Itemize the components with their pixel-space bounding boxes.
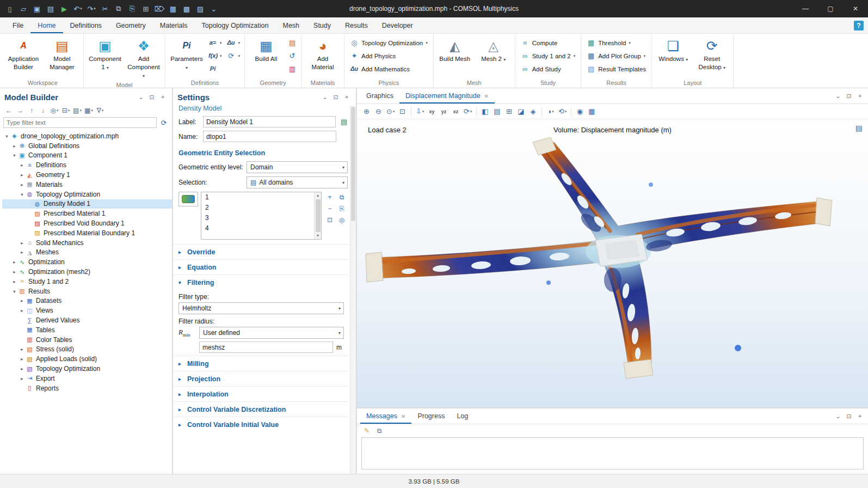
tree-item-component-1[interactable]: ▾▣Component 1	[2, 151, 172, 161]
snapshot-icon[interactable]: ◉	[574, 106, 586, 118]
undo-icon[interactable]: ↶▾	[71, 2, 84, 15]
panel-pin-icon[interactable]: ⌖	[855, 93, 865, 100]
graphics-canvas[interactable]: Load case 2 Volume: Displacement magnitu…	[357, 119, 868, 407]
tree-columns-icon[interactable]: ▦▾	[83, 105, 94, 115]
close-tab-icon[interactable]: ✕	[484, 93, 489, 99]
move-down-icon[interactable]: ↓	[38, 105, 48, 115]
model-history-icon[interactable]: ▤	[44, 2, 57, 15]
panel-float-icon[interactable]: ⊡	[844, 413, 854, 420]
rename-icon[interactable]: ▤	[338, 117, 349, 127]
tree-item-applied-loads-solid[interactable]: ▸▧Applied Loads (solid)	[2, 354, 172, 364]
tree-item-tables[interactable]: ▦Tables	[2, 325, 172, 335]
ribbon-item-parameter-case-icon[interactable]: Pi	[207, 63, 224, 75]
ribbon-item-add-mathematics[interactable]: ΔuAdd Mathematics	[347, 63, 430, 75]
ribbon-item-nonlocal-couplings-icon[interactable]: Δu▾	[225, 37, 242, 48]
new-file-icon[interactable]: ▯	[3, 2, 16, 15]
paste-selection-icon[interactable]: ⎘	[336, 203, 347, 213]
ribbon-item-build-all[interactable]: ▦Build All	[248, 35, 285, 64]
chevron-right-icon[interactable]: ▸	[19, 366, 26, 371]
label-field-input[interactable]	[203, 116, 336, 127]
tree-item-optimization[interactable]: ▸∿Optimization	[2, 257, 172, 267]
clear-log-icon[interactable]: ✎	[361, 425, 372, 436]
tree-item-export[interactable]: ▸⇥Export	[2, 374, 172, 383]
tree-item-study-1-and-2[interactable]: ▸≈Study 1 and 2	[2, 277, 172, 286]
go-back-icon[interactable]: ←	[3, 105, 14, 115]
chevron-right-icon[interactable]: ▸	[19, 376, 26, 381]
minimize-button[interactable]: —	[793, 0, 818, 17]
graphics-tab-displacement-magnitude[interactable]: Displacement Magnitude✕	[399, 88, 495, 103]
tree-item-prescribed-material-boundary-1[interactable]: ▨Prescribed Material Boundary 1	[2, 228, 172, 238]
duplicate-icon[interactable]: ⊞	[139, 2, 152, 15]
tree-item-density-model-1[interactable]: ◍Density Model 1	[2, 199, 172, 209]
chevron-right-icon[interactable]: ▸	[19, 182, 26, 187]
copy-icon[interactable]: ⧉	[112, 2, 125, 15]
ribbon-item-threshold[interactable]: ▦Threshold▾	[584, 37, 649, 48]
move-up-icon[interactable]: ↑	[26, 105, 37, 115]
tree-item-prescribed-void-boundary-1[interactable]: ▨Prescribed Void Boundary 1	[2, 218, 172, 228]
section-interpolation[interactable]: ▸Interpolation	[173, 386, 349, 401]
zoom-selection-icon[interactable]: ⊡	[324, 215, 335, 225]
tree-filter-input[interactable]	[3, 117, 157, 128]
scrollbar-thumb[interactable]	[351, 107, 355, 221]
panel-float-icon[interactable]: ⊡	[844, 93, 854, 100]
panel-pin-icon[interactable]: ⌖	[158, 94, 168, 101]
show-options-icon[interactable]: ◎▾	[49, 105, 60, 115]
ribbon-item-reset-desktop[interactable]: ⟳Reset Desktop ▾	[693, 35, 730, 72]
chevron-right-icon[interactable]: ▸	[11, 143, 18, 149]
messages-tab-log[interactable]: Log	[451, 408, 474, 424]
tree-item-prescribed-material-1[interactable]: ▨Prescribed Material 1	[2, 209, 172, 218]
chevron-right-icon[interactable]: ▸	[11, 279, 18, 284]
menu-tab-materials[interactable]: Materials	[153, 17, 195, 33]
table-view-icon[interactable]: ▦	[167, 2, 180, 15]
menu-tab-developer[interactable]: Developer	[375, 17, 420, 33]
menu-tab-mesh[interactable]: Mesh	[275, 17, 306, 33]
redo-icon[interactable]: ↷▾	[85, 2, 98, 15]
scene-appearance-icon[interactable]: ◑▾	[545, 106, 556, 118]
messages-tab-messages[interactable]: Messages✕	[360, 408, 411, 424]
panel-menu-icon[interactable]: ⌄	[833, 93, 843, 100]
node-group-icon[interactable]: ▤▾	[72, 105, 83, 115]
update-plot-icon[interactable]: ⟲▾	[557, 106, 568, 118]
deactivate-selection-icon[interactable]: ◎	[336, 215, 347, 225]
close-tab-icon[interactable]: ✕	[401, 413, 405, 419]
selection-dropdown[interactable]: ▤ All domains	[247, 176, 348, 188]
domain-selection-list[interactable]: 1234 ▲ ▼	[201, 192, 322, 240]
section-geometric-entity-selection[interactable]: Geometric Entity Selection	[173, 145, 349, 160]
ribbon-item-add-study[interactable]: ∞Add Study	[518, 63, 578, 75]
section-control-variable-discretization[interactable]: ▸Control Variable Discretization	[173, 401, 349, 417]
copy-selection-icon[interactable]: ⧉	[336, 192, 347, 202]
graphics-tab-graphics[interactable]: Graphics	[360, 88, 399, 103]
tree-item-reports[interactable]: ▯Reports	[2, 383, 172, 393]
remove-selection-icon[interactable]: −	[324, 203, 335, 213]
filter-radius-input[interactable]	[199, 341, 333, 353]
ribbon-item-build-mesh[interactable]: ◭Build Mesh	[436, 35, 473, 64]
ribbon-item-mesh-2[interactable]: ◬Mesh 2 ▾	[475, 35, 512, 64]
section-control-variable-initial-value[interactable]: ▸Control Variable Initial Value	[173, 417, 349, 432]
menu-tab-geometry[interactable]: Geometry	[109, 17, 153, 33]
chevron-right-icon[interactable]: ▸	[11, 269, 18, 274]
grid-view-icon[interactable]: ▨	[194, 2, 207, 15]
menu-tab-topology-optimization[interactable]: Topology Optimization	[194, 17, 275, 33]
ribbon-item-compute[interactable]: =Compute	[518, 37, 578, 48]
chevron-right-icon[interactable]: ▸	[19, 162, 26, 168]
tree-item-stress-solid[interactable]: ▸▧Stress (solid)	[2, 345, 172, 355]
open-file-icon[interactable]: ▱	[17, 2, 30, 15]
ribbon-item-model-manager[interactable]: ▤Model Manager	[44, 35, 81, 72]
ribbon-item-add-material[interactable]: ◕Add Material	[304, 35, 341, 72]
domain-list-item[interactable]: 3	[201, 213, 314, 223]
chevron-right-icon[interactable]: ▸	[19, 346, 26, 352]
domain-list-item[interactable]: 1	[201, 192, 314, 203]
cut-icon[interactable]: ✂	[99, 2, 112, 15]
menu-tab-home[interactable]: Home	[30, 17, 63, 33]
chevron-right-icon[interactable]: ▸	[19, 172, 26, 178]
menu-tab-file[interactable]: File	[5, 17, 30, 33]
ribbon-item-parameters[interactable]: PiParameters ▾	[168, 35, 205, 72]
panel-menu-icon[interactable]: ⌄	[136, 94, 146, 101]
menu-tab-definitions[interactable]: Definitions	[63, 17, 109, 33]
tree-item-meshes[interactable]: ▸◮Meshes	[2, 248, 172, 258]
ribbon-item-add-physics[interactable]: ✦Add Physics	[347, 50, 430, 62]
messages-tab-progress[interactable]: Progress	[411, 408, 451, 424]
plot-settings-icon[interactable]: ▤	[855, 124, 863, 132]
panel-pin-icon[interactable]: ⌖	[342, 94, 352, 101]
collapse-all-icon[interactable]: ⊟▾	[60, 105, 71, 115]
